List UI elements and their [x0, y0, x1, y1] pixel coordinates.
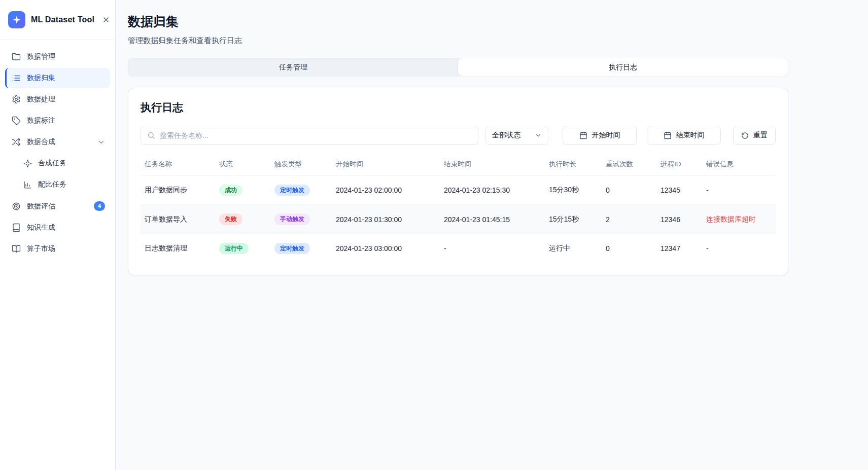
error-cell: -: [702, 176, 776, 205]
column-header: 任务名称: [141, 153, 215, 176]
logs-toolbar: 全部状态 开始时间 结束时间 重置: [141, 126, 776, 145]
start-time-label: 开始时间: [592, 131, 620, 140]
task-name-cell: 用户数据同步: [141, 176, 215, 205]
sidebar: ML Dataset Tool 数据管理 数据归集 数据处理 数据标注 数据合成: [0, 0, 116, 470]
status-badge: 失败: [219, 213, 242, 225]
pid-cell: 12346: [656, 205, 702, 234]
open-book-icon: [12, 244, 21, 254]
list-icon: [12, 74, 21, 83]
trigger-type-badge: 定时触发: [274, 243, 310, 254]
column-header: 执行时长: [545, 153, 602, 176]
book-icon: [12, 223, 21, 232]
close-icon: [102, 16, 110, 24]
retries-cell: 0: [602, 234, 656, 263]
sidebar-item-label: 数据合成: [27, 137, 91, 147]
target-icon: [12, 202, 21, 211]
error-cell: -: [702, 234, 776, 263]
retries-cell: 0: [602, 176, 656, 205]
calendar-icon: [664, 131, 672, 139]
table-header-row: 任务名称 状态 触发类型 开始时间 结束时间 执行时长 重试次数 进程ID 错误…: [141, 153, 776, 176]
start-time-cell: 2024-01-23 01:30:00: [332, 205, 440, 234]
sidebar-item-data-processing[interactable]: 数据处理: [5, 89, 110, 110]
table-row[interactable]: 用户数据同步 成功 定时触发 2024-01-23 02:00:00 2024-…: [141, 176, 776, 205]
shuffle-icon: [12, 137, 21, 147]
column-header: 状态: [215, 153, 270, 176]
tab-task-management[interactable]: 任务管理: [128, 58, 458, 76]
app-logo: [8, 11, 25, 28]
start-time-button[interactable]: 开始时间: [563, 126, 637, 145]
sidebar-item-label: 算子市场: [27, 244, 105, 254]
tag-icon: [12, 116, 21, 125]
start-time-cell: 2024-01-23 03:00:00: [332, 234, 440, 263]
status-badge: 成功: [219, 185, 242, 196]
trigger-type-badge: 定时触发: [274, 185, 310, 196]
chevron-down-icon: [97, 138, 105, 146]
main-content: 数据归集 管理数据归集任务和查看执行日志 任务管理 执行日志 执行日志 全部状态…: [116, 0, 868, 470]
calendar-icon: [579, 131, 587, 139]
duration-cell: 15分15秒: [545, 205, 602, 234]
sidebar-item-data-collection[interactable]: 数据归集: [5, 68, 110, 88]
gear-icon: [12, 95, 21, 104]
error-cell: 连接数据库超时: [702, 205, 776, 234]
pid-cell: 12347: [656, 234, 702, 263]
status-filter-value: 全部状态: [492, 131, 520, 140]
column-header: 触发类型: [270, 153, 332, 176]
search-input[interactable]: [160, 131, 472, 139]
sidebar-item-data-evaluation[interactable]: 数据评估 4: [5, 196, 110, 216]
sidebar-header: ML Dataset Tool: [0, 0, 115, 40]
status-filter-select[interactable]: 全部状态: [485, 126, 548, 145]
column-header: 进程ID: [656, 153, 702, 176]
sidebar-item-data-labeling[interactable]: 数据标注: [5, 111, 110, 131]
search-icon: [147, 131, 155, 139]
sidebar-item-label: 数据标注: [27, 116, 105, 125]
chevron-down-icon: [535, 132, 542, 139]
end-time-button[interactable]: 结束时间: [647, 126, 721, 145]
sidebar-item-label: 数据评估: [27, 202, 88, 211]
tab-execution-logs[interactable]: 执行日志: [458, 58, 788, 76]
end-time-cell: 2024-01-23 02:15:30: [440, 176, 545, 205]
folder-icon: [12, 52, 21, 61]
search-box: [141, 126, 478, 145]
rotate-ccw-icon: [741, 132, 749, 139]
sidebar-item-ratio-tasks[interactable]: 配比任务: [5, 174, 110, 195]
duration-cell: 15分30秒: [545, 176, 602, 205]
task-name-cell: 订单数据导入: [141, 205, 215, 234]
sidebar-item-label: 数据管理: [27, 52, 105, 61]
page-subtitle: 管理数据归集任务和查看执行日志: [128, 36, 788, 46]
sidebar-item-label: 数据处理: [27, 95, 105, 104]
sparkle-icon: [23, 159, 32, 168]
task-name-cell: 日志数据清理: [141, 234, 215, 263]
end-time-label: 结束时间: [676, 131, 705, 140]
pid-cell: 12345: [656, 176, 702, 205]
execution-logs-card: 执行日志 全部状态 开始时间 结束时间: [128, 88, 788, 275]
duration-cell: 运行中: [545, 234, 602, 263]
sidebar-item-operator-market[interactable]: 算子市场: [5, 239, 110, 259]
sidebar-item-label: 配比任务: [38, 180, 105, 189]
end-time-cell: 2024-01-23 01:45:15: [440, 205, 545, 234]
end-time-cell: -: [440, 234, 545, 263]
sidebar-close-button[interactable]: [100, 14, 112, 26]
page-title: 数据归集: [128, 13, 788, 30]
evaluation-count-badge: 4: [94, 201, 105, 211]
card-title: 执行日志: [141, 100, 776, 115]
bar-chart-icon: [23, 180, 32, 189]
sidebar-item-synthesis-tasks[interactable]: 合成任务: [5, 153, 110, 173]
reset-button[interactable]: 重置: [733, 126, 776, 145]
sparkles-icon: [12, 15, 21, 24]
start-time-cell: 2024-01-23 02:00:00: [332, 176, 440, 205]
column-header: 结束时间: [440, 153, 545, 176]
sidebar-item-data-management[interactable]: 数据管理: [5, 47, 110, 67]
sidebar-item-label: 知识生成: [27, 223, 105, 232]
column-header: 错误信息: [702, 153, 776, 176]
reset-label: 重置: [753, 131, 768, 140]
app-title: ML Dataset Tool: [31, 15, 94, 24]
table-row[interactable]: 日志数据清理 运行中 定时触发 2024-01-23 03:00:00 - 运行…: [141, 234, 776, 263]
table-row[interactable]: 订单数据导入 失败 手动触发 2024-01-23 01:30:00 2024-…: [141, 205, 776, 234]
trigger-type-badge: 手动触发: [274, 213, 310, 225]
status-badge: 运行中: [219, 243, 249, 254]
sidebar-item-data-synthesis[interactable]: 数据合成: [5, 132, 110, 152]
sidebar-item-knowledge-generation[interactable]: 知识生成: [5, 218, 110, 238]
sidebar-item-label: 数据归集: [27, 74, 105, 83]
column-header: 重试次数: [602, 153, 656, 176]
sidebar-item-label: 合成任务: [38, 159, 105, 168]
